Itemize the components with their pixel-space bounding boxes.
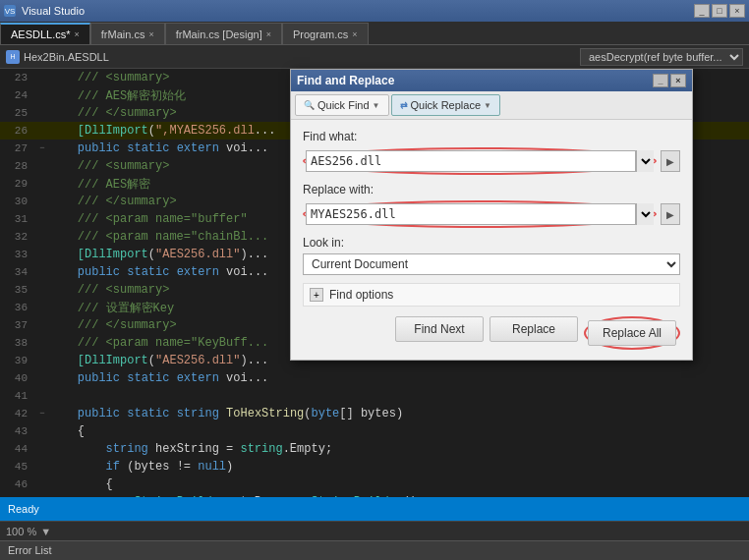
error-list-header: Error List <box>0 541 749 560</box>
find-next-arrow[interactable]: ▶ <box>661 150 680 172</box>
look-in-label: Look in: <box>303 236 680 250</box>
find-replace-dialog: Find and Replace _ × 🔍 Quick Find ▼ ⇄ Qu… <box>290 69 693 361</box>
quick-replace-label: Quick Replace <box>411 99 482 111</box>
replace-with-dropdown[interactable] <box>636 203 654 225</box>
main-area: 23 /// <summary> 24 /// AES解密初始化 25 /// … <box>0 69 749 497</box>
replace-all-button[interactable]: Replace All <box>588 320 676 346</box>
dialog-toolbar: 🔍 Quick Find ▼ ⇄ Quick Replace ▼ <box>291 91 692 120</box>
replace-arrow[interactable]: ▶ <box>661 203 680 225</box>
close-button[interactable]: × <box>729 4 745 18</box>
quick-find-dropdown-arrow: ▼ <box>373 101 380 110</box>
tab-frmain-design-close[interactable]: × <box>266 29 271 39</box>
replace-with-input[interactable] <box>306 203 636 225</box>
error-list-title: Error List <box>8 544 52 556</box>
maximize-button[interactable]: □ <box>712 4 727 18</box>
member-dropdown[interactable]: aesDecrypt(ref byte buffer... <box>580 48 743 66</box>
code-line: 45 if (bytes != null) <box>0 458 749 476</box>
quick-find-button[interactable]: 🔍 Quick Find ▼ <box>295 94 389 116</box>
quick-replace-button[interactable]: ⇄ Quick Replace ▼ <box>391 94 500 116</box>
tab-program[interactable]: Program.cs × <box>282 23 369 44</box>
dialog-buttons-row: Find Next Replace Replace All <box>303 316 680 350</box>
dialog-body: Find what: ▶ Replace with: ▶ Look in: <box>291 120 692 360</box>
find-what-label: Find what: <box>303 130 680 143</box>
replace-all-circled: Replace All <box>584 316 680 350</box>
dialog-close-button[interactable]: × <box>670 74 686 87</box>
code-line: 42 − public static string ToHexString(by… <box>0 405 749 422</box>
tab-frmain-label: frMain.cs <box>101 28 145 40</box>
status-bar: Ready <box>0 497 749 521</box>
code-line: 46 { <box>0 476 749 493</box>
find-next-button[interactable]: Find Next <box>395 316 484 342</box>
tab-frmain-close[interactable]: × <box>148 29 153 39</box>
code-line: 41 <box>0 387 749 405</box>
tab-frmain[interactable]: frMain.cs × <box>90 23 165 44</box>
address-bar: H Hex2Bin.AESDLL aesDecrypt(ref byte buf… <box>0 45 749 69</box>
find-what-dropdown[interactable] <box>636 150 654 172</box>
tab-aesdll[interactable]: AESDLL.cs* × <box>0 23 90 44</box>
replace-button[interactable]: Replace <box>490 316 578 342</box>
find-options-row: + Find options <box>303 283 680 307</box>
tab-frmain-design[interactable]: frMain.cs [Design] × <box>165 23 282 44</box>
dialog-minimize-button[interactable]: _ <box>653 74 668 87</box>
find-what-input[interactable] <box>306 150 636 172</box>
dialog-titlebar: Find and Replace _ × <box>291 70 692 91</box>
look-in-row: Current Document <box>303 253 680 275</box>
quick-find-label: Quick Find <box>317 99 370 111</box>
binoculars-icon: 🔍 <box>304 100 315 110</box>
tab-program-label: Program.cs <box>293 28 348 40</box>
dialog-title: Find and Replace <box>297 74 653 87</box>
minimize-button[interactable]: _ <box>694 4 710 18</box>
error-list-bar: Error List ✕ 0 Errors ⚠ 0 Warnings ℹ 0 M… <box>0 540 749 560</box>
zoom-dropdown-arrow[interactable]: ▼ <box>40 526 51 537</box>
quick-replace-dropdown-arrow: ▼ <box>484 101 491 110</box>
replace-icon: ⇄ <box>400 100 408 110</box>
tab-program-close[interactable]: × <box>352 29 357 39</box>
code-line: 40 public static extern voi... <box>0 369 749 387</box>
find-options-label: Find options <box>329 288 393 302</box>
code-line: 44 string hexString = string.Empty; <box>0 440 749 458</box>
title-bar: VS Visual Studio _ □ × <box>0 0 749 22</box>
app-title: Visual Studio <box>18 5 692 17</box>
tab-frmain-design-label: frMain.cs [Design] <box>176 28 262 40</box>
code-line: 43 { <box>0 422 749 440</box>
zoom-level: 100 % <box>6 526 36 537</box>
find-what-circled <box>303 147 657 175</box>
zoom-bar: 100 % ▼ <box>0 521 749 540</box>
replace-with-circled <box>303 200 657 228</box>
namespace-icon: H <box>6 50 20 64</box>
namespace-text: Hex2Bin.AESDLL <box>24 51 109 63</box>
tab-aesdll-label: AESDLL.cs* <box>11 28 71 40</box>
find-options-expand-button[interactable]: + <box>310 288 323 302</box>
tab-aesdll-close[interactable]: × <box>75 29 80 39</box>
code-line: 47 StringBuilder strB = new StringBuilde… <box>0 493 749 497</box>
look-in-select[interactable]: Current Document <box>303 253 680 275</box>
replace-with-row: ▶ <box>303 200 680 228</box>
tab-bar: AESDLL.cs* × frMain.cs × frMain.cs [Desi… <box>0 22 749 45</box>
status-text: Ready <box>8 503 39 515</box>
replace-with-label: Replace with: <box>303 183 680 196</box>
dialog-title-buttons: _ × <box>653 74 686 87</box>
find-what-row: ▶ <box>303 147 680 175</box>
app-icon: VS <box>4 5 16 17</box>
